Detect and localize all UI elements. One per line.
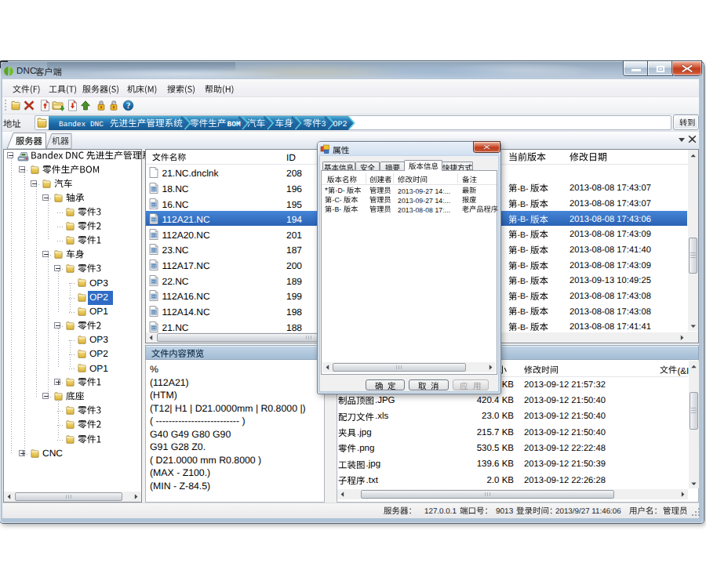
svg-text:Bandex DNC: Bandex DNC — [59, 120, 104, 129]
svg-text:(&I: (&I — [678, 367, 690, 376]
svg-text:OP2: OP2 — [333, 121, 348, 129]
svg-text:3: 3 — [322, 121, 326, 129]
svg-text:?: ? — [126, 102, 130, 111]
svg-text:BOM: BOM — [227, 120, 241, 129]
